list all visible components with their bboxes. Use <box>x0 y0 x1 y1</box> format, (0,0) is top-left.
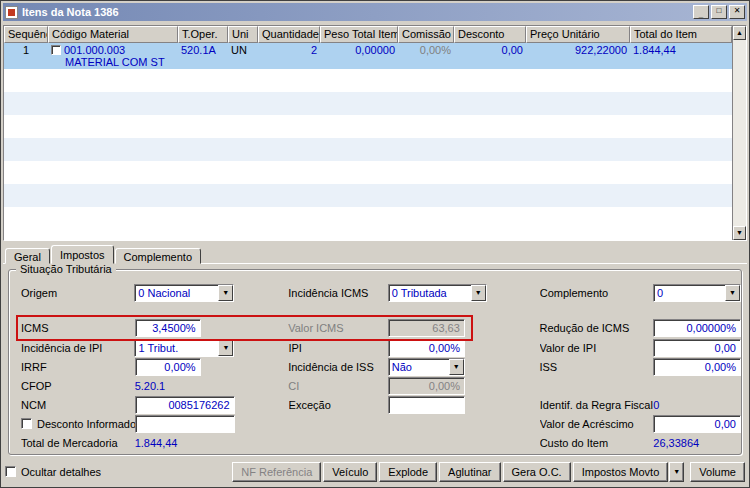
cell-sequencia: 1 <box>4 43 48 69</box>
column-header-total-do-item[interactable]: Total do Item <box>630 26 732 43</box>
cell-peso-total-item: 0,00000 <box>320 43 398 69</box>
incidencia-ipi-value: 1 Tribut. <box>135 340 218 356</box>
ocultar-detalhes-checkbox-group[interactable]: Ocultar detalhes <box>5 466 101 478</box>
incidencia-ipi-label: Incidência de IPI <box>21 342 134 354</box>
tab-impostos[interactable]: Impostos <box>51 245 114 264</box>
incidencia-iss-select[interactable]: Não ▼ <box>388 358 465 376</box>
tab-geral[interactable]: Geral <box>5 248 50 264</box>
empty-row <box>4 184 732 207</box>
column-header-comissao[interactable]: Comissão <box>398 26 454 43</box>
column-header-peso-total-item[interactable]: Peso Total Item <box>320 26 398 43</box>
valor-icms-field: 63,63 <box>388 319 465 337</box>
excecao-label: Exceção <box>289 399 389 411</box>
vertical-scrollbar[interactable]: ▲ ▼ <box>732 26 746 240</box>
valor-ipi-field[interactable]: 0,00 <box>653 339 741 357</box>
impostos-movto-dropdown-button[interactable]: ▼ <box>669 462 684 482</box>
desconto-informado-field[interactable] <box>135 415 235 433</box>
cfop-value: 5.20.1 <box>135 380 166 392</box>
incidencia-icms-value: 0 Tributada <box>389 285 471 301</box>
icms-field[interactable]: 3,4500% <box>135 319 201 337</box>
empty-row <box>4 69 732 92</box>
row-checkbox[interactable] <box>51 45 61 55</box>
maximize-button[interactable]: □ <box>711 5 727 19</box>
column-header-preco-unitario[interactable]: Preço Unitário <box>526 26 630 43</box>
close-button[interactable]: ✕ <box>729 5 745 19</box>
form-row-ipi: Incidência de IPI 1 Tribut. ▼ IPI 0,00% … <box>21 338 741 357</box>
footer-buttons: NF Referência Veículo Explode Aglutinar … <box>230 462 745 482</box>
column-header-desconto[interactable]: Desconto <box>454 26 526 43</box>
chevron-down-icon[interactable]: ▼ <box>471 285 486 301</box>
codigo-material-value: 001.000.003 <box>64 44 125 56</box>
cfop-label: CFOP <box>21 380 135 392</box>
chevron-down-icon[interactable]: ▼ <box>449 359 464 375</box>
close-icon: ✕ <box>734 7 741 15</box>
volume-button[interactable]: Volume <box>690 462 745 482</box>
table-row-selected[interactable]: 1 001.000.003 MATERIAL COM ST 520.1A UN … <box>4 43 732 69</box>
irrf-field[interactable]: 0,00% <box>135 358 201 376</box>
desconto-informado-checkbox[interactable] <box>21 418 32 429</box>
items-grid: Sequência Código Material T.Oper. Uni Qu… <box>3 25 747 241</box>
explode-button[interactable]: Explode <box>379 462 437 482</box>
identif-regra-fiscal-value: 0 <box>653 399 659 411</box>
ncm-field[interactable]: 0085176262 <box>135 396 235 414</box>
reducao-icms-label: Redução de ICMS <box>539 322 653 334</box>
incidencia-icms-select[interactable]: 0 Tributada ▼ <box>388 284 487 302</box>
cell-desconto: 0,00 <box>454 43 526 69</box>
chevron-down-icon[interactable]: ▼ <box>218 285 233 301</box>
gera-oc-button[interactable]: Gera O.C. <box>503 462 571 482</box>
form-row-desconto: Desconto Informado Valor de Acréscimo 0,… <box>21 414 741 433</box>
cell-codigo-material: 001.000.003 MATERIAL COM ST <box>48 43 178 69</box>
aglutinar-button[interactable]: Aglutinar <box>439 462 500 482</box>
valor-acrescimo-field[interactable]: 0,00 <box>653 415 741 433</box>
titlebar[interactable]: Itens da Nota 1386 _ □ ✕ <box>3 3 747 21</box>
complemento-select[interactable]: 0 ▼ <box>653 284 741 302</box>
scroll-up-icon[interactable]: ▲ <box>733 26 746 40</box>
reducao-icms-field[interactable]: 0,00000% <box>653 319 741 337</box>
tab-complemento[interactable]: Complemento <box>115 248 201 264</box>
excecao-field[interactable] <box>388 396 465 414</box>
iss-field[interactable]: 0,00% <box>653 358 741 376</box>
cell-comissao: 0,00% <box>398 43 454 69</box>
ipi-label: IPI <box>288 342 388 354</box>
form-row-origem: Origem 0 Nacional ▼ Incidência ICMS 0 Tr… <box>21 283 741 302</box>
column-header-sequencia[interactable]: Sequência <box>4 26 48 43</box>
total-mercadoria-label: Total de Mercadoria <box>21 437 135 449</box>
identif-regra-fiscal-label: Identif. da Regra Fiscal <box>540 399 654 411</box>
icms-label: ICMS <box>21 322 135 334</box>
chevron-down-icon[interactable]: ▼ <box>725 285 740 301</box>
veiculo-button[interactable]: Veículo <box>323 462 377 482</box>
impostos-movto-button[interactable]: Impostos Movto <box>573 462 669 482</box>
grid-body: Sequência Código Material T.Oper. Uni Qu… <box>4 26 732 240</box>
complemento-label: Complemento <box>540 287 653 299</box>
empty-row <box>4 138 732 161</box>
form-row-cfop: CFOP 5.20.1 CI 0,00% <box>21 376 741 395</box>
incidencia-ipi-select[interactable]: 1 Tribut. ▼ <box>134 339 234 357</box>
form-row-irrf: IRRF 0,00% Incidência de ISS Não ▼ ISS 0… <box>21 357 741 376</box>
column-header-t-oper[interactable]: T.Oper. <box>178 26 228 43</box>
column-header-codigo-material[interactable]: Código Material <box>48 26 178 43</box>
impostos-panel: Situação Tributária Origem 0 Nacional ▼ … <box>3 263 747 459</box>
column-header-uni[interactable]: Uni <box>228 26 258 43</box>
ncm-label: NCM <box>21 399 135 411</box>
nf-referencia-button: NF Referência <box>232 462 321 482</box>
column-header-quantidade[interactable]: Quantidade <box>258 26 320 43</box>
desconto-informado-checkbox-group[interactable]: Desconto Informado <box>21 418 135 430</box>
items-window: Itens da Nota 1386 _ □ ✕ Sequência Códig… <box>0 0 750 488</box>
custo-item-label: Custo do Item <box>540 437 654 449</box>
form-row-ncm: NCM 0085176262 Exceção Identif. da Regra… <box>21 395 741 414</box>
maximize-icon: □ <box>717 7 722 15</box>
scroll-down-icon[interactable]: ▼ <box>733 226 746 240</box>
empty-row <box>4 161 732 184</box>
cell-total-do-item: 1.844,44 <box>630 43 679 69</box>
ci-field: 0,00% <box>388 377 465 395</box>
minimize-icon: _ <box>699 11 703 19</box>
ocultar-detalhes-checkbox[interactable] <box>5 466 16 477</box>
chevron-down-icon[interactable]: ▼ <box>218 340 233 356</box>
valor-acrescimo-label: Valor de Acréscimo <box>540 418 653 430</box>
ipi-field[interactable]: 0,00% <box>388 339 465 357</box>
minimize-button[interactable]: _ <box>693 5 709 19</box>
app-icon <box>5 6 18 19</box>
empty-row <box>4 207 732 230</box>
ocultar-detalhes-label: Ocultar detalhes <box>21 466 101 478</box>
origem-select[interactable]: 0 Nacional ▼ <box>134 284 234 302</box>
